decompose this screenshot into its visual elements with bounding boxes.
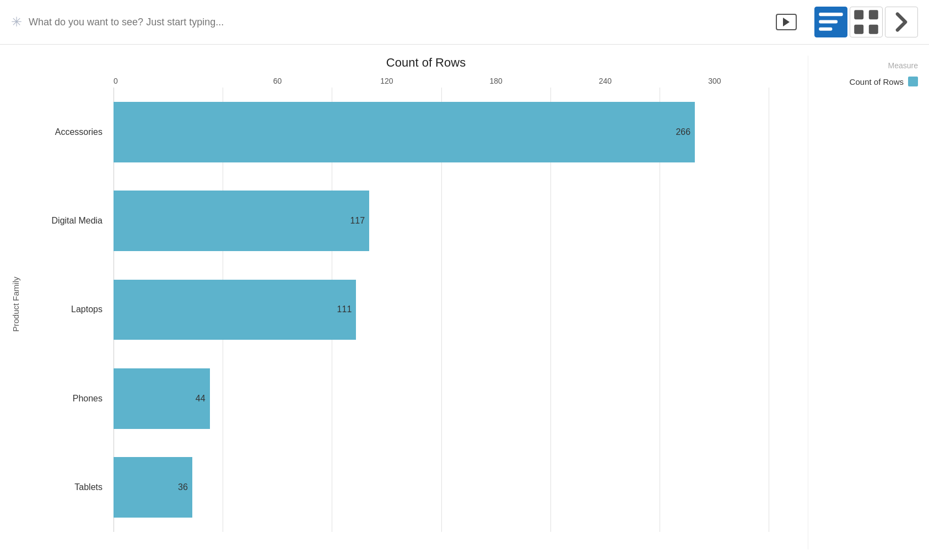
search-input[interactable] [29, 17, 503, 28]
legend-panel: Measure Count of Rows [808, 56, 929, 550]
bar-track: 266 [114, 102, 769, 162]
bar-label: Phones [25, 394, 108, 404]
bar-fill: 117 [114, 191, 369, 251]
legend-header: Measure [819, 61, 918, 70]
svg-rect-1 [819, 20, 838, 23]
bar-fill: 266 [114, 102, 695, 162]
top-bar: ✳ [0, 0, 929, 45]
x-tick: 120 [332, 77, 441, 85]
y-axis-label-wrap: Product Family [6, 77, 25, 532]
bars-container: Accessories266Digital Media117Laptops111… [25, 88, 802, 532]
legend-item-label: Count of Rows [850, 77, 904, 86]
bar-track: 36 [114, 457, 769, 518]
main-content: Count of Rows Product Family 06012018024… [0, 45, 929, 560]
bar-value: 44 [196, 394, 206, 404]
legend-item: Count of Rows [819, 77, 918, 86]
bar-row: Laptops111 [114, 265, 769, 354]
y-axis-label: Product Family [11, 276, 20, 331]
x-tick: 240 [550, 77, 660, 85]
chevron-right-icon [885, 6, 917, 38]
bar-value: 117 [350, 216, 365, 226]
bar-row: Tablets36 [114, 443, 769, 532]
bar-row: Accessories266 [114, 88, 769, 176]
x-tick: 60 [223, 77, 332, 85]
x-axis-ticks: 060120180240300 [25, 77, 802, 85]
svg-rect-2 [819, 28, 832, 31]
chart-inner: 060120180240300 Accessories266Digital Me… [25, 77, 802, 532]
chart-area: Count of Rows Product Family 06012018024… [0, 56, 808, 550]
x-tick: 0 [114, 77, 223, 85]
legend-color-box [908, 77, 918, 86]
bar-fill: 36 [114, 457, 192, 518]
svg-rect-3 [854, 10, 863, 19]
svg-rect-0 [819, 13, 843, 16]
bar-label: Laptops [25, 305, 108, 314]
bar-label: Accessories [25, 127, 108, 137]
sql-view-button[interactable] [885, 7, 918, 37]
bar-fill: 111 [114, 280, 356, 340]
grid-icon [850, 6, 882, 38]
svg-rect-5 [854, 25, 863, 34]
bar-fill: 44 [114, 368, 210, 429]
svg-rect-6 [869, 25, 878, 34]
x-tick: 300 [660, 77, 769, 85]
bar-track: 44 [114, 368, 769, 429]
grid-view-button[interactable] [850, 7, 883, 37]
bar-value: 36 [178, 482, 188, 492]
bar-value: 111 [337, 305, 352, 314]
x-tick: 180 [441, 77, 550, 85]
bar-track: 111 [114, 280, 769, 340]
svg-rect-4 [869, 10, 878, 19]
chart-wrapper: Product Family 060120180240300 Accessori… [6, 77, 802, 532]
toolbar-buttons [814, 7, 918, 37]
play-icon [783, 18, 790, 26]
chart-view-button[interactable] [814, 7, 847, 37]
chart-icon [815, 6, 847, 38]
chart-title: Count of Rows [6, 56, 802, 70]
bar-row: Phones44 [114, 354, 769, 443]
bar-label: Digital Media [25, 216, 108, 226]
bar-label: Tablets [25, 482, 108, 492]
run-button[interactable] [776, 14, 797, 30]
star-icon: ✳ [11, 14, 22, 30]
bar-value: 266 [676, 127, 690, 137]
bar-row: Digital Media117 [114, 176, 769, 265]
bar-track: 117 [114, 191, 769, 251]
